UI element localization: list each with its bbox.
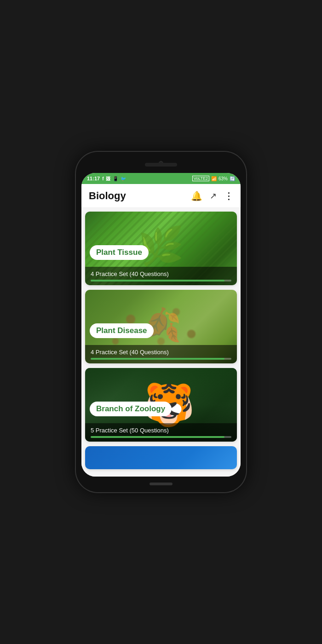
card-branch-of-zoology[interactable]: Branch of Zoology 5 Practice Set (50 Que… (85, 368, 237, 442)
app-title: Biology (89, 190, 126, 202)
card-image-plant-disease: Plant Disease 4 Practice Set (40 Questio… (85, 290, 237, 363)
status-right: VoLTE2 📶 63% 🔄 (192, 176, 235, 181)
app-bar: Biology 🔔 ↗ ⋮ (81, 184, 241, 208)
card-footer-plant-tissue: 4 Practice Set (40 Questions) (85, 267, 237, 285)
app-actions: 🔔 ↗ ⋮ (191, 190, 233, 201)
home-button[interactable] (150, 483, 172, 485)
card-plant-disease[interactable]: Plant Disease 4 Practice Set (40 Questio… (85, 290, 237, 363)
twitter-icon: 🐦 (121, 176, 126, 181)
card-image-zoology: Branch of Zoology 5 Practice Set (50 Que… (85, 368, 237, 442)
card-footer-zoology: 5 Practice Set (50 Questions) (85, 423, 237, 442)
progress-bar-fill-1 (91, 280, 224, 282)
time-display: 11:17 (87, 176, 100, 181)
status-bar: 11:17 f 🖼 📱 🐦 VoLTE2 📶 63% 🔄 (81, 173, 241, 184)
phone-screen: 11:17 f 🖼 📱 🐦 VoLTE2 📶 63% 🔄 Biology 🔔 ↗… (81, 173, 241, 477)
progress-bar-fill-3 (91, 436, 224, 438)
more-options-button[interactable]: ⋮ (224, 190, 233, 201)
card-title-chip-plant-disease: Plant Disease (90, 323, 154, 338)
content-area[interactable]: Plant Tissue 4 Practice Set (40 Question… (81, 208, 241, 477)
card-title-plant-disease: Plant Disease (96, 326, 147, 335)
battery-text: 63% (218, 176, 228, 181)
phone-frame: 11:17 f 🖼 📱 🐦 VoLTE2 📶 63% 🔄 Biology 🔔 ↗… (76, 152, 246, 492)
fb-icon: f (102, 176, 104, 181)
card-title-chip-plant-tissue: Plant Tissue (90, 245, 149, 260)
card-title-zoology: Branch of Zoology (96, 404, 165, 413)
volte-indicator: VoLTE2 (192, 176, 209, 181)
notification-button[interactable]: 🔔 (191, 190, 202, 201)
card-subtitle-zoology: 5 Practice Set (50 Questions) (91, 427, 231, 434)
whatsapp-icon: 📱 (113, 176, 118, 181)
card-fourth[interactable] (85, 446, 237, 469)
card-image-plant-tissue: Plant Tissue 4 Practice Set (40 Question… (85, 212, 237, 285)
card-title-chip-zoology: Branch of Zoology (90, 402, 172, 416)
sync-icon: 🔄 (230, 176, 235, 181)
signal-icon: 📶 (211, 176, 217, 181)
card-subtitle-plant-tissue: 4 Practice Set (40 Questions) (91, 270, 231, 277)
status-time: 11:17 f 🖼 📱 🐦 (87, 176, 126, 181)
phone-bottom (81, 479, 241, 489)
progress-bar-container-3 (91, 436, 231, 438)
card-title-plant-tissue: Plant Tissue (96, 248, 142, 257)
progress-bar-fill-2 (91, 358, 224, 360)
card-plant-tissue[interactable]: Plant Tissue 4 Practice Set (40 Question… (85, 212, 237, 285)
progress-bar-container-2 (91, 358, 231, 360)
progress-bar-container-1 (91, 280, 231, 282)
phone-speaker (145, 163, 177, 167)
card-subtitle-plant-disease: 4 Practice Set (40 Questions) (91, 349, 231, 356)
card-footer-plant-disease: 4 Practice Set (40 Questions) (85, 345, 237, 363)
fourth-card-image (85, 446, 237, 469)
phone-top (81, 160, 241, 169)
share-button[interactable]: ↗ (210, 191, 217, 201)
image-icon: 🖼 (106, 176, 110, 181)
